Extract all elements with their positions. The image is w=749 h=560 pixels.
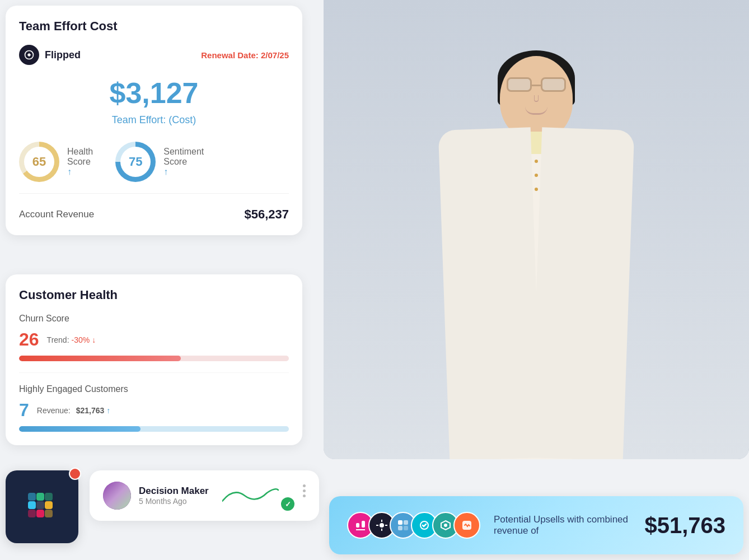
- upsell-icon-2-svg: [375, 519, 388, 532]
- svg-rect-5: [45, 501, 53, 509]
- background-photo: [324, 0, 749, 459]
- upsell-amount: $51,763: [644, 513, 725, 538]
- dm-wave-svg: [222, 484, 289, 507]
- health-score-trend: ↑: [67, 167, 93, 177]
- svg-point-13: [380, 523, 384, 528]
- svg-rect-8: [28, 510, 36, 517]
- churn-metric-row: 26 Trend: -30% ↓: [19, 329, 289, 350]
- team-effort-header: Flipped Renewal Date: 2/07/25: [19, 45, 289, 65]
- churn-trend-label: Trend:: [47, 335, 69, 344]
- svg-rect-15: [404, 520, 408, 525]
- engaged-revenue-label: Revenue:: [37, 406, 71, 415]
- account-revenue-label: Account Revenue: [19, 209, 94, 220]
- brand-name: Flipped: [45, 49, 81, 61]
- slack-card[interactable]: [6, 470, 78, 543]
- upsell-icon-4-svg: [418, 519, 431, 532]
- team-effort-title: Team Effort Cost: [19, 19, 289, 34]
- person-jacket-right: [531, 127, 634, 459]
- churn-progress-fill: [19, 356, 181, 361]
- cost-amount: $3,127: [19, 76, 289, 110]
- svg-rect-3: [36, 493, 44, 501]
- account-revenue-row: Account Revenue $56,237: [19, 207, 289, 222]
- upsell-text: Potential Upsells with combined revenue …: [480, 514, 644, 536]
- svg-rect-17: [404, 526, 408, 530]
- cost-label: Team Effort: (Cost): [19, 114, 289, 126]
- svg-rect-11: [362, 521, 365, 528]
- dm-time-ago: 5 Months Ago: [139, 497, 209, 506]
- dm-menu-dot-1: [303, 484, 306, 487]
- engaged-trend-icon: ↑: [106, 406, 110, 415]
- svg-rect-16: [398, 526, 402, 530]
- sentiment-score-info: SentimentScore ↑: [163, 147, 204, 177]
- upsell-icons-group: [347, 512, 480, 539]
- dm-menu-button[interactable]: [303, 482, 306, 497]
- churn-label: Churn Score: [19, 314, 289, 324]
- engaged-progress-fill: [19, 426, 141, 432]
- engaged-metric-row: 7 Revenue: $21,763 ↑: [19, 400, 289, 421]
- upsell-icon-6: [453, 512, 480, 539]
- upsell-card: Potential Upsells with combined revenue …: [329, 496, 743, 554]
- person-jacket-left: [438, 127, 542, 459]
- dm-avatar-image: [103, 482, 131, 510]
- svg-point-19: [444, 524, 447, 527]
- engaged-label: Highly Engaged Customers: [19, 384, 289, 394]
- dm-avatar: [103, 482, 131, 510]
- upsell-icon-3-svg: [396, 519, 410, 532]
- svg-rect-9: [36, 501, 44, 509]
- churn-section: Churn Score 26 Trend: -30% ↓: [19, 314, 289, 373]
- upsell-icon-5-svg: [439, 519, 452, 532]
- brand-badge: Flipped: [19, 45, 81, 65]
- decision-maker-card: Decision Maker 5 Months Ago ✓: [90, 470, 319, 521]
- health-score-circle: 65: [19, 142, 59, 182]
- health-score-label: HealthScore: [67, 147, 93, 167]
- svg-rect-1: [28, 501, 36, 509]
- sentiment-score-label: SentimentScore: [163, 147, 204, 167]
- upsell-icon-6-svg: [460, 519, 474, 532]
- slack-logo-icon: [22, 487, 62, 526]
- engaged-revenue-value: $21,763: [76, 406, 105, 415]
- svg-rect-7: [36, 510, 44, 517]
- churn-progress-bar: [19, 356, 289, 361]
- dm-menu-dot-2: [303, 489, 306, 492]
- renewal-date: Renewal Date: 2/07/25: [201, 50, 289, 60]
- engaged-section: Highly Engaged Customers 7 Revenue: $21,…: [19, 384, 289, 432]
- dm-name: Decision Maker: [139, 486, 209, 497]
- dm-menu-dot-3: [303, 494, 306, 497]
- engaged-revenue: Revenue: $21,763 ↑: [37, 406, 111, 415]
- customer-health-title: Customer Health: [19, 288, 289, 302]
- renewal-date-value: 2/07/25: [261, 50, 289, 60]
- svg-rect-14: [398, 520, 402, 525]
- brand-icon: [19, 45, 39, 65]
- churn-value: 26: [19, 329, 39, 350]
- dm-checkmark: ✓: [281, 497, 294, 511]
- churn-trend: Trend: -30% ↓: [47, 335, 96, 344]
- svg-rect-4: [45, 493, 53, 501]
- person-image: [324, 0, 749, 459]
- dm-chart: ✓: [220, 482, 292, 510]
- team-effort-card: Team Effort Cost Flipped Renewal Date: 2…: [6, 6, 302, 235]
- scores-row: 65 HealthScore ↑ 75 SentimentScore ↑: [19, 142, 289, 194]
- engaged-value: 7: [19, 400, 29, 421]
- account-revenue-value: $56,237: [244, 207, 289, 222]
- dm-info: Decision Maker 5 Months Ago: [139, 486, 209, 506]
- sentiment-score-item: 75 SentimentScore ↑: [115, 142, 204, 182]
- svg-rect-10: [356, 523, 359, 528]
- customer-health-card: Customer Health Churn Score 26 Trend: -3…: [6, 274, 302, 445]
- flipped-icon: [24, 49, 35, 60]
- dm-left-section: Decision Maker 5 Months Ago: [103, 482, 209, 510]
- health-score-item: 65 HealthScore ↑: [19, 142, 93, 182]
- svg-rect-6: [45, 510, 53, 517]
- sentiment-score-circle: 75: [115, 142, 156, 182]
- health-score-info: HealthScore ↑: [67, 147, 93, 177]
- upsell-icon-1-svg: [354, 519, 367, 532]
- engaged-progress-bar: [19, 426, 289, 432]
- churn-trend-value: -30%: [72, 335, 90, 344]
- svg-rect-2: [28, 493, 36, 501]
- sentiment-score-trend: ↑: [163, 167, 204, 177]
- churn-trend-icon: ↓: [92, 335, 96, 344]
- slack-notification-badge: [69, 468, 81, 480]
